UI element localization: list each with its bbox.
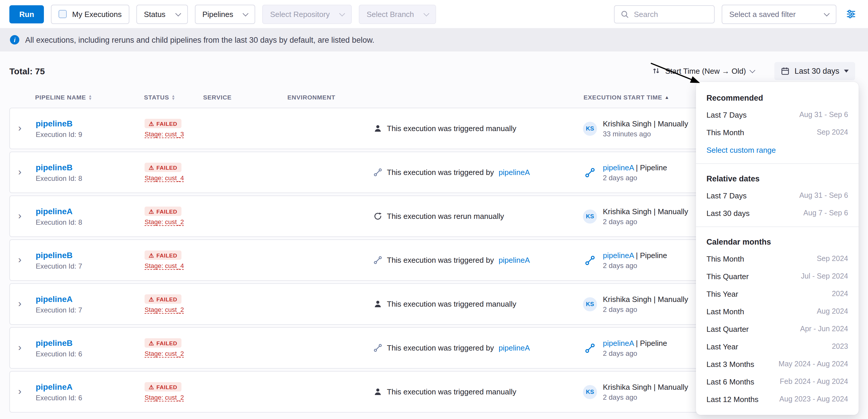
stage-link[interactable]: Stage: cust_3 (145, 130, 184, 138)
header-status[interactable]: STATUS ▲▼ (144, 94, 203, 101)
run-button[interactable]: Run (9, 5, 44, 23)
my-executions-filter[interactable]: My Executions (51, 4, 129, 24)
execution-id: Execution Id: 8 (36, 218, 82, 226)
relative-time: 2 days ago (603, 305, 688, 313)
trigger-method: Manually (658, 119, 688, 128)
search-input[interactable] (634, 10, 708, 19)
sort-both-icon: ▲▼ (88, 94, 92, 100)
menu-item-last-6-months[interactable]: Last 6 Months Feb 2024 - Aug 2024 (696, 373, 859, 390)
pipelines-filter-dropdown[interactable]: Pipelines (195, 4, 255, 24)
avatar: KS (583, 209, 597, 223)
trigger-text: This execution was triggered manually (387, 124, 516, 133)
filter-settings-button[interactable] (843, 6, 859, 22)
pipeline-link[interactable]: pipelineB (36, 162, 72, 172)
execution-id: Execution Id: 7 (36, 262, 82, 270)
avatar: KS (583, 122, 597, 135)
stage-link[interactable]: Stage: cust_2 (145, 394, 184, 401)
relative-time: 2 days ago (603, 217, 688, 226)
rerun-icon (373, 212, 382, 221)
menu-divider (696, 163, 859, 164)
search-box[interactable] (614, 5, 715, 23)
menu-item-last-7-days-relative[interactable]: Last 7 Days Aug 31 - Sep 6 (696, 187, 859, 204)
warning-triangle-icon (149, 208, 154, 215)
trigger-pipeline-link[interactable]: pipelineA (499, 256, 530, 264)
trigger-method: Pipeline (640, 251, 667, 260)
execution-id: Execution Id: 6 (36, 350, 82, 358)
saved-filter-dropdown[interactable]: Select a saved filter (722, 4, 836, 24)
menu-item-last-month[interactable]: Last Month Aug 2024 (696, 302, 859, 320)
stage-link[interactable]: Stage: cust_2 (145, 350, 184, 358)
expand-chevron-icon[interactable]: › (18, 211, 36, 222)
my-executions-checkbox[interactable] (59, 10, 67, 18)
expand-chevron-icon[interactable]: › (18, 166, 36, 178)
pipeline-icon (373, 168, 382, 177)
pipeline-link[interactable]: pipelineB (36, 119, 72, 128)
avatar: KS (583, 297, 597, 311)
sort-both-icon: ▲▼ (172, 94, 176, 100)
header-environment: ENVIRONMENT (287, 94, 373, 101)
triggered-by-pipeline-link[interactable]: pipelineA (603, 339, 634, 347)
menu-item-this-month[interactable]: This Month Sep 2024 (696, 124, 859, 141)
trigger-text: This execution was triggered manually (387, 300, 516, 309)
toolbar: Run My Executions Status Pipelines Selec… (0, 0, 868, 28)
pipeline-link[interactable]: pipelineA (36, 206, 72, 216)
menu-item-this-quarter[interactable]: This Quarter Jul - Sep 2024 (696, 267, 859, 285)
menu-item-last-12-months[interactable]: Last 12 Months Aug 2023 - Aug 2024 (696, 390, 859, 408)
branch-filter-dropdown[interactable]: Select Branch (359, 4, 436, 24)
pipeline-link[interactable]: pipelineB (36, 250, 72, 260)
menu-item-this-year[interactable]: This Year 2024 (696, 285, 859, 302)
date-range-dropdown[interactable]: Last 30 days (775, 62, 855, 80)
execution-id: Execution Id: 9 (36, 130, 82, 138)
repository-filter-dropdown[interactable]: Select Repository (262, 4, 352, 24)
menu-item-select-custom-range[interactable]: Select custom range (696, 141, 859, 159)
relative-time: 2 days ago (603, 173, 667, 182)
menu-item-last-7-days[interactable]: Last 7 Days Aug 31 - Sep 6 (696, 106, 859, 124)
menu-item-this-month-calendar[interactable]: This Month Sep 2024 (696, 250, 859, 267)
pipeline-avatar-icon (583, 253, 597, 267)
execution-id: Execution Id: 7 (36, 306, 82, 314)
status-badge: FAILED (145, 119, 181, 128)
menu-item-last-quarter[interactable]: Last Quarter Apr - Jun 2024 (696, 320, 859, 337)
expand-chevron-icon[interactable]: › (18, 342, 36, 354)
menu-item-last-30-days[interactable]: Last 30 days Aug 7 - Sep 6 (696, 204, 859, 222)
warning-triangle-icon (149, 384, 154, 390)
stage-link[interactable]: Stage: cust_2 (145, 218, 184, 226)
header-pipeline-name[interactable]: PIPELINE NAME ▲▼ (35, 94, 144, 101)
trigger-pipeline-link[interactable]: pipelineA (499, 344, 530, 352)
pipeline-avatar-icon (583, 341, 597, 355)
relative-time: 2 days ago (603, 261, 667, 269)
status-filter-dropdown[interactable]: Status (136, 4, 188, 24)
user-icon (373, 300, 382, 309)
sort-ascending-icon: ▲ (664, 95, 670, 100)
trigger-text: This execution was triggered by (387, 168, 494, 177)
relative-time: 33 minutes ago (603, 130, 688, 138)
trigger-method: Pipeline (640, 339, 667, 347)
my-executions-label: My Executions (72, 10, 122, 19)
trigger-method: Pipeline (640, 163, 667, 172)
menu-item-last-3-months[interactable]: Last 3 Months May 2024 - Aug 2024 (696, 355, 859, 373)
pipeline-link[interactable]: pipelineB (36, 338, 72, 347)
stage-link[interactable]: Stage: cust_4 (145, 262, 184, 270)
triggered-by-pipeline-link[interactable]: pipelineA (603, 251, 634, 260)
user-icon (373, 124, 382, 133)
date-range-menu: Recommended Last 7 Days Aug 31 - Sep 6 T… (696, 82, 859, 415)
trigger-pipeline-link[interactable]: pipelineA (499, 168, 530, 177)
expand-chevron-icon[interactable]: › (18, 254, 36, 266)
trigger-text: This execution was triggered by (387, 256, 494, 264)
expand-chevron-icon[interactable]: › (18, 298, 36, 310)
pipeline-link[interactable]: pipelineA (36, 294, 72, 303)
status-badge: FAILED (145, 163, 181, 172)
relative-time: 2 days ago (603, 393, 688, 401)
expand-chevron-icon[interactable]: › (18, 123, 36, 134)
expand-chevron-icon[interactable]: › (18, 386, 36, 398)
summary-bar: Total: 75 Start Time (New → Old) Last 30… (9, 56, 859, 86)
stage-link[interactable]: Stage: cust_4 (145, 174, 184, 182)
pipeline-link[interactable]: pipelineA (36, 382, 72, 391)
menu-item-last-year[interactable]: Last Year 2023 (696, 337, 859, 355)
chevron-down-icon (844, 69, 849, 72)
warning-triangle-icon (149, 252, 154, 258)
stage-link[interactable]: Stage: cust_2 (145, 306, 184, 314)
triggered-by-pipeline-link[interactable]: pipelineA (603, 163, 634, 172)
pipeline-avatar-icon (583, 165, 597, 180)
sort-dropdown[interactable]: Start Time (New → Old) (652, 66, 755, 75)
